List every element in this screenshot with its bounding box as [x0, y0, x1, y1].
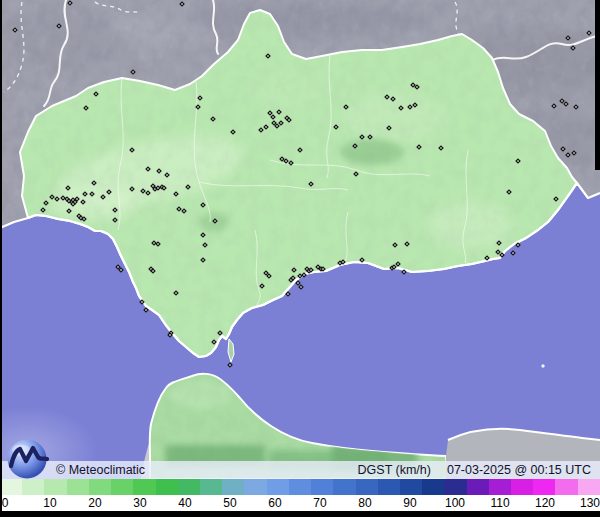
scale-segment: [289, 479, 311, 495]
bottom-border: [0, 511, 600, 517]
scale-tick-label: 40: [178, 496, 191, 510]
scale-tick-label: 50: [223, 496, 236, 510]
scale-segment: [244, 479, 266, 495]
scale-tick-labels: 0102030405060708090100110120130: [0, 495, 600, 511]
color-scale-bar: [0, 479, 600, 495]
scale-tick-label: 10: [43, 496, 56, 510]
scale-segment: [489, 479, 511, 495]
scale-segment: [422, 479, 444, 495]
weather-map-screen: © Meteoclimatic DGST (km/h) 07-03-2025 @…: [0, 0, 600, 517]
scale-segment: [467, 479, 489, 495]
scale-tick-label: 30: [133, 496, 146, 510]
timestamp-label: 07-03-2025 @ 00:15 UTC: [447, 463, 591, 477]
scale-tick-label: 80: [358, 496, 371, 510]
credit-bar: © Meteoclimatic DGST (km/h) 07-03-2025 @…: [0, 461, 600, 479]
scale-segment: [200, 479, 222, 495]
scale-segment: [311, 479, 333, 495]
scale-segment: [533, 479, 555, 495]
scale-tick-label: 90: [403, 496, 416, 510]
scale-segment: [178, 479, 200, 495]
scale-tick-label: 20: [88, 496, 101, 510]
scale-tick-label: 110: [490, 496, 509, 510]
scale-segment: [111, 479, 133, 495]
left-border: [0, 0, 2, 517]
weather-map: [0, 0, 600, 479]
scale-segment: [378, 479, 400, 495]
scale-segment: [133, 479, 155, 495]
alboran-island: [541, 364, 544, 367]
scale-segment: [222, 479, 244, 495]
scale-tick-label: 120: [535, 496, 555, 510]
scale-segment: [89, 479, 111, 495]
meteoclimatic-logo-icon[interactable]: [4, 436, 52, 482]
right-border: [595, 0, 600, 170]
scale-segment: [67, 479, 89, 495]
scale-segment: [578, 479, 600, 495]
scale-segment: [555, 479, 577, 495]
scale-segment: [267, 479, 289, 495]
scale-tick-label: 100: [445, 496, 465, 510]
scale-segment: [444, 479, 466, 495]
scale-segment: [511, 479, 533, 495]
scale-segment: [356, 479, 378, 495]
scale-tick-label: 70: [313, 496, 326, 510]
product-label: DGST (km/h): [358, 463, 431, 477]
scale-tick-label: 130: [580, 496, 600, 510]
attribution-text: © Meteoclimatic: [56, 463, 145, 477]
scale-segment: [156, 479, 178, 495]
scale-tick-label: 0: [2, 496, 9, 510]
scale-segment: [400, 479, 422, 495]
scale-tick-label: 60: [268, 496, 281, 510]
scale-segment: [333, 479, 355, 495]
